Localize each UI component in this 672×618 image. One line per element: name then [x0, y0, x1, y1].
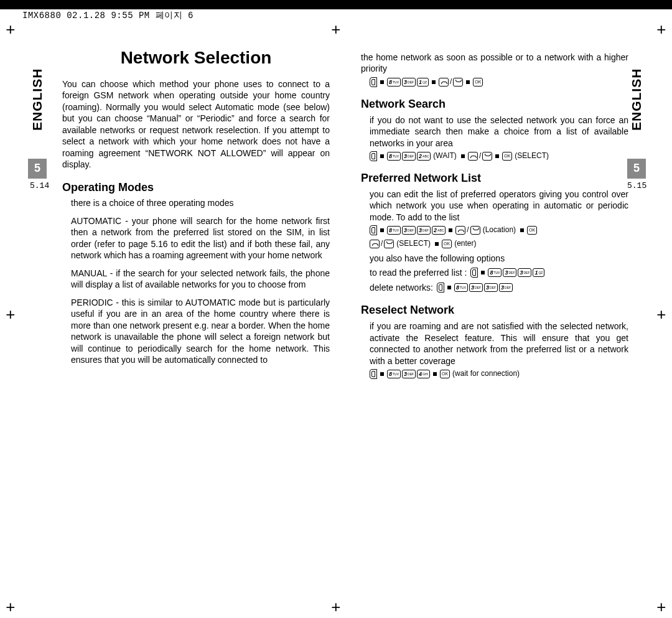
key-1: 1QZ — [417, 78, 429, 87]
key-8: 8TUV — [488, 268, 502, 277]
key-3: 3DEF — [402, 78, 416, 87]
right-lang-tab: ENGLISH — [627, 47, 646, 152]
page-title: Network Selection — [62, 47, 330, 70]
softkey-down-icon — [453, 78, 463, 87]
key-3: 3DEF — [484, 283, 498, 292]
op-intro: there is a choice of three operating mod… — [71, 197, 330, 208]
crop-mark: + — [331, 20, 341, 41]
key-3: 3DEF — [503, 268, 516, 277]
softkey-down-icon — [470, 226, 480, 235]
pref-read-label: to read the preferred list : — [370, 267, 467, 278]
location-annotation: (Location) — [483, 225, 516, 235]
square-icon — [466, 80, 470, 84]
key-2: 2ABC — [417, 152, 431, 161]
square-icon — [380, 80, 384, 84]
ok-key-icon: OK — [440, 370, 450, 378]
heading-network-search: Network Search — [361, 97, 628, 112]
crop-mark: + — [6, 597, 16, 618]
key-4: 4GHI — [417, 370, 430, 378]
softkey-down-icon — [482, 152, 492, 161]
square-icon — [380, 228, 384, 232]
key-sequence-pref-add-2: / (SELECT) OK (enter) — [370, 239, 628, 249]
key-8: 8TUV — [387, 78, 401, 87]
ok-key-icon: OK — [502, 152, 512, 161]
crop-mark: + — [6, 20, 16, 41]
crop-mark: + — [331, 597, 341, 618]
left-page-num: 5.14 — [30, 180, 49, 191]
square-icon — [433, 372, 437, 376]
key-sequence-pref-read: to read the preferred list : 8TUV 3DEF 3… — [370, 267, 628, 278]
square-icon — [435, 242, 439, 246]
heading-operating-modes: Operating Modes — [62, 180, 330, 195]
ok-key-icon: OK — [473, 78, 483, 87]
key-8: 8TUV — [387, 152, 401, 161]
wait-annotation: (WAIT) — [433, 151, 457, 161]
continuation: the home network as soon as possible or … — [361, 52, 628, 75]
key-3: 3DEF — [469, 283, 483, 292]
key-3: 3DEF — [499, 283, 513, 292]
pref-del-label: delete networks: — [370, 282, 433, 293]
ok-key-icon: OK — [527, 226, 537, 235]
key-2: 2ABC — [432, 226, 446, 235]
key-3: 3DEF — [402, 226, 416, 235]
menu-key-icon — [370, 151, 377, 161]
reselect-body: if you are roaming and are not satisfied… — [370, 321, 628, 367]
search-body: if you do not want to use the selected n… — [370, 115, 628, 149]
select-annotation: (SELECT) — [396, 239, 431, 249]
menu-key-icon — [470, 268, 478, 278]
square-icon — [481, 271, 485, 274]
square-icon — [449, 228, 452, 232]
heading-preferred-list: Preferred Network List — [361, 171, 628, 186]
key-1: 1QZ — [533, 268, 544, 277]
menu-key-icon — [370, 77, 377, 87]
ok-key-icon: OK — [442, 240, 452, 248]
imprint-line: IMX6880 02.1.28 9:55 PM 페이지 6 — [22, 10, 194, 21]
op-manual: MANUAL - if the search for your selected… — [71, 268, 330, 291]
key-8: 8TUV — [387, 370, 401, 378]
crop-mark: + — [656, 20, 666, 41]
square-icon — [380, 154, 384, 158]
right-page-num: 5.15 — [627, 180, 646, 191]
pref-body: you can edit the list of preferred opera… — [370, 189, 628, 223]
key-sequence-mode: 8TUV 3DEF 1QZ / OK — [370, 77, 628, 87]
softkey-up-icon — [455, 226, 465, 235]
softkey-up-icon — [439, 78, 449, 87]
menu-key-icon — [370, 369, 377, 379]
softkey-up-icon — [468, 152, 478, 161]
key-3: 3DEF — [402, 152, 416, 161]
right-column: the home network as soon as possible or … — [361, 47, 628, 383]
key-sequence-pref-add-1: 8TUV 3DEF 3DEF 2ABC / (Location) OK — [370, 225, 628, 235]
wait-connection-annotation: (wait for connection) — [452, 369, 520, 379]
square-icon — [380, 372, 384, 376]
left-chapter-tab: 5 — [28, 159, 47, 179]
square-icon — [432, 80, 436, 84]
square-icon — [447, 286, 451, 289]
key-sequence-pref-delete: delete networks: 8TUV 3DEF 3DEF 3DEF — [370, 282, 628, 293]
key-3: 3DEF — [402, 370, 416, 378]
softkey-down-icon — [384, 240, 394, 248]
top-black-strip — [0, 0, 672, 9]
key-sequence-search: 8TUV 3DEF 2ABC (WAIT) / OK (SELECT) — [370, 151, 628, 161]
right-chapter-tab: 5 — [627, 159, 646, 179]
square-icon — [495, 154, 499, 158]
heading-reselect: Reselect Network — [361, 303, 628, 318]
enter-annotation: (enter) — [454, 239, 476, 249]
square-icon — [520, 228, 524, 232]
key-sequence-reselect: 8TUV 3DEF 4GHI OK (wait for connection) — [370, 369, 628, 379]
crop-mark: + — [656, 597, 666, 618]
menu-key-icon — [437, 283, 444, 293]
intro-paragraph: You can choose which method your phone u… — [62, 78, 330, 171]
menu-key-icon — [370, 225, 377, 235]
key-8: 8TUV — [387, 226, 401, 235]
key-8: 8TUV — [454, 283, 468, 292]
key-3: 3DEF — [417, 226, 431, 235]
softkey-up-icon — [370, 240, 380, 248]
left-lang-tab: ENGLISH — [28, 47, 47, 152]
manual-spread: IMX6880 02.1.28 9:55 PM 페이지 6 + + + + + … — [0, 0, 672, 618]
pref-also: you also have the following options — [370, 253, 628, 264]
square-icon — [461, 154, 465, 158]
op-periodic: PERIODIC - this is similar to AUTOMATIC … — [71, 297, 330, 366]
crop-mark: + — [6, 305, 16, 326]
key-3: 3DEF — [518, 268, 531, 277]
op-automatic: AUTOMATIC - your phone will search for t… — [71, 215, 330, 261]
